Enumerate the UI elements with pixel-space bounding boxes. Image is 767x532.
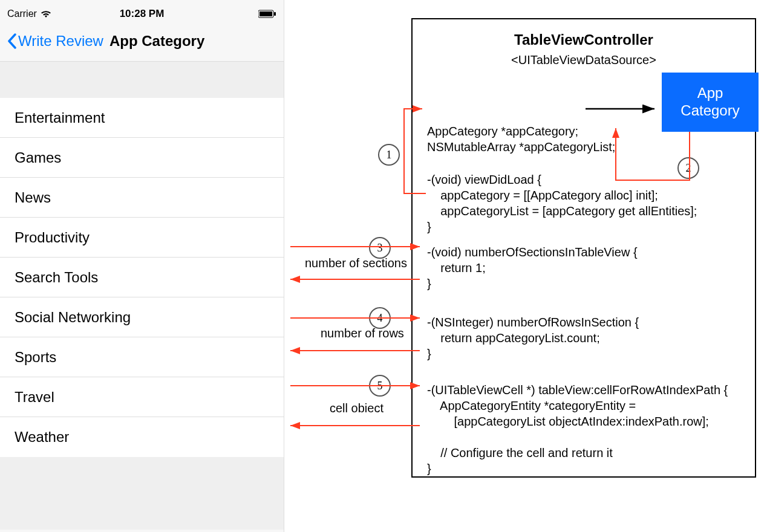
table-row[interactable]: News bbox=[0, 178, 284, 218]
wifi-icon bbox=[41, 10, 51, 18]
code-line: -(void) numberOfSectionsInTableView { bbox=[427, 245, 638, 259]
svg-rect-1 bbox=[259, 11, 272, 16]
code-line: -(NSInteger) numberOfRowsInSection { bbox=[427, 316, 639, 329]
cell-label: Search Tools bbox=[15, 269, 98, 286]
diagram-area: TableViewController <UITableViewDataSour… bbox=[284, 0, 767, 532]
table-row[interactable]: Entertainment bbox=[0, 98, 284, 138]
phone-mockup: Carrier 10:28 PM Write Review App Catego… bbox=[0, 0, 284, 532]
nav-title: App Category bbox=[109, 33, 204, 50]
label-cell-object: cell obiect bbox=[330, 401, 384, 415]
controller-subtitle: <UITableViewDataSource> bbox=[413, 53, 755, 67]
nav-bar: Write Review App Category bbox=[0, 24, 284, 62]
model-label-line1: App bbox=[697, 85, 723, 102]
cell-label: Games bbox=[15, 149, 61, 166]
cell-label: Entertainment bbox=[15, 109, 105, 126]
label-num-rows: number of rows bbox=[321, 326, 404, 340]
code-declarations: AppCategory *appCategory; NSMutableArray… bbox=[427, 123, 615, 155]
code-numsections: -(void) numberOfSectionsInTableView { re… bbox=[427, 244, 638, 291]
model-box: App Category bbox=[662, 73, 759, 132]
table-row[interactable]: Sports bbox=[0, 337, 284, 377]
cell-label: Weather bbox=[15, 429, 69, 446]
status-time: 10:28 PM bbox=[120, 8, 165, 20]
step-circle-1: 1 bbox=[378, 144, 400, 166]
step-number: 4 bbox=[377, 312, 383, 325]
code-line: return appCategoryList.count; bbox=[427, 331, 600, 345]
code-line: return 1; bbox=[427, 261, 486, 274]
table-row[interactable]: Games bbox=[0, 138, 284, 178]
cell-label: Sports bbox=[15, 349, 56, 366]
battery-icon bbox=[258, 10, 276, 18]
code-cellfor: -(UITableViewCell *) tableView:cellForRo… bbox=[427, 382, 728, 476]
table-footer-space bbox=[0, 457, 284, 530]
back-button[interactable]: Write Review bbox=[7, 33, 103, 50]
step-circle-5: 5 bbox=[369, 375, 391, 397]
code-line: } bbox=[427, 347, 431, 360]
cell-label: Productivity bbox=[15, 229, 90, 246]
controller-title: TableViewController bbox=[413, 31, 755, 48]
chevron-left-icon bbox=[7, 33, 17, 49]
table-row[interactable]: Weather bbox=[0, 417, 284, 457]
model-label-line2: Category bbox=[681, 102, 739, 120]
code-numrows: -(NSInteger) numberOfRowsInSection { ret… bbox=[427, 314, 639, 362]
category-table: Entertainment Games News Productivity Se… bbox=[0, 98, 284, 457]
table-row[interactable]: Search Tools bbox=[0, 258, 284, 297]
step-number: 2 bbox=[686, 162, 691, 175]
status-left: Carrier bbox=[7, 8, 51, 19]
code-line: AppCategory *appCategory; bbox=[427, 125, 578, 138]
code-line: appCategoryList = [appCategory get allEn… bbox=[427, 204, 697, 218]
step-circle-4: 4 bbox=[369, 307, 391, 329]
code-viewdidload: -(void) viewDidLoad { appCategory = [[Ap… bbox=[427, 172, 697, 235]
status-bar: Carrier 10:28 PM bbox=[0, 0, 284, 24]
code-line: NSMutableArray *appCategoryList; bbox=[427, 140, 615, 154]
code-line: } bbox=[427, 220, 431, 233]
step-number: 3 bbox=[377, 242, 383, 255]
table-row[interactable]: Productivity bbox=[0, 218, 284, 258]
cell-label: News bbox=[15, 189, 51, 206]
code-line: appCategory = [[AppCategory alloc] init]… bbox=[427, 189, 658, 202]
carrier-label: Carrier bbox=[7, 8, 37, 19]
code-line: AppCategoryEntity *categoryEntity = bbox=[427, 399, 636, 412]
step-circle-2: 2 bbox=[677, 157, 699, 179]
code-line: } bbox=[427, 462, 431, 475]
step-circle-3: 3 bbox=[369, 237, 391, 259]
step-number: 1 bbox=[387, 149, 392, 161]
code-line: -(UITableViewCell *) tableView:cellForRo… bbox=[427, 383, 728, 397]
code-line: // Configure the cell and return it bbox=[427, 446, 613, 459]
code-line: [appCategoryList objectAtIndex:indexPath… bbox=[427, 415, 709, 428]
step-number: 5 bbox=[377, 380, 383, 392]
table-row[interactable]: Travel bbox=[0, 377, 284, 417]
cell-label: Travel bbox=[15, 389, 54, 406]
code-line: -(void) viewDidLoad { bbox=[427, 173, 541, 186]
cell-label: Social Networking bbox=[15, 309, 131, 326]
label-num-sections: number of sections bbox=[305, 256, 407, 270]
table-row[interactable]: Social Networking bbox=[0, 297, 284, 337]
code-line: } bbox=[427, 277, 431, 290]
controller-box: TableViewController <UITableViewDataSour… bbox=[411, 18, 756, 478]
svg-rect-2 bbox=[274, 12, 276, 16]
table-header-space bbox=[0, 62, 284, 98]
status-right bbox=[258, 10, 276, 18]
back-label: Write Review bbox=[18, 33, 103, 50]
